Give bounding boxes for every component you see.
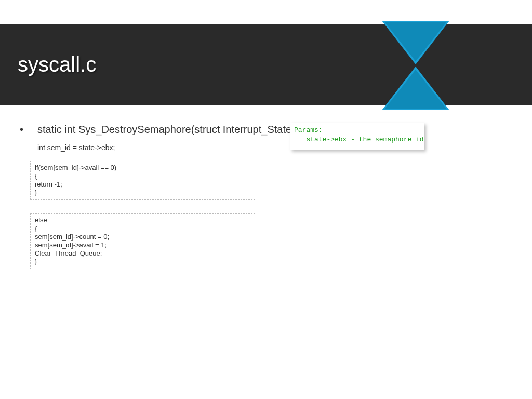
params-annotation: Params: state->ebx - the semaphore id xyxy=(290,123,424,150)
content-area: • static int Sys_DestroySemaphore(struct… xyxy=(20,123,511,136)
hourglass-decoration xyxy=(382,21,449,110)
page-title: syscall.c xyxy=(18,53,96,76)
bullet-row: • static int Sys_DestroySemaphore(struct… xyxy=(20,123,511,136)
svg-marker-3 xyxy=(384,70,447,109)
code-block-if: if(sem[sem_id]->avail == 0) { return -1;… xyxy=(30,161,255,200)
svg-marker-1 xyxy=(384,22,447,61)
bullet-marker: • xyxy=(20,123,37,136)
code-block-else: else { sem[sem_id]->count = 0; sem[sem_i… xyxy=(30,213,255,269)
function-signature: static int Sys_DestroySemaphore(struct I… xyxy=(37,123,324,136)
code-subline: int sem_id = state->ebx; xyxy=(37,143,115,152)
